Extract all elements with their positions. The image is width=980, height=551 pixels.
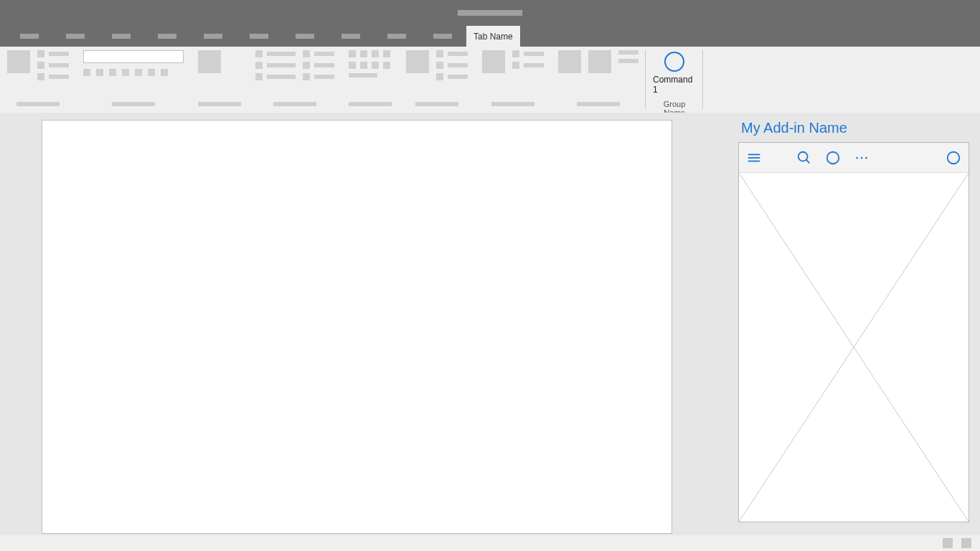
command-1-circle-icon	[664, 52, 684, 72]
ribbon-tab-active[interactable]: Tab Name	[466, 26, 520, 47]
task-pane-frame	[738, 142, 969, 522]
command-1-label: Command 1	[653, 75, 696, 95]
task-pane-content-placeholder	[739, 173, 969, 522]
ribbon: Command 1 Group Name	[0, 47, 980, 113]
svg-point-6	[856, 156, 858, 159]
ribbon-button-placeholder[interactable]	[148, 69, 155, 76]
status-bar-view-button[interactable]	[961, 538, 971, 548]
ribbon-tab-label: Tab Name	[473, 32, 513, 42]
ribbon-group-placeholder	[76, 47, 191, 113]
svg-point-3	[798, 151, 808, 161]
ribbon-group-placeholder	[551, 47, 646, 113]
ribbon-group-placeholder	[341, 47, 399, 113]
ribbon-button-placeholder[interactable]	[588, 50, 611, 73]
svg-line-4	[806, 159, 810, 163]
ribbon-group-name-label: Group Name	[653, 100, 696, 111]
task-pane: My Add-in Name	[738, 120, 969, 522]
ribbon-button-placeholder[interactable]	[135, 69, 142, 76]
ribbon-tab-placeholder[interactable]	[374, 26, 419, 47]
ribbon-button-placeholder[interactable]	[198, 50, 221, 73]
command-1-button[interactable]: Command 1	[653, 50, 696, 95]
app-title-placeholder	[458, 10, 522, 16]
svg-point-7	[861, 156, 863, 159]
hamburger-menu-icon[interactable]	[746, 150, 762, 166]
ribbon-button-placeholder[interactable]	[122, 69, 129, 76]
ribbon-button-placeholder[interactable]	[96, 69, 103, 76]
status-bar	[0, 535, 980, 551]
ribbon-tab-strip: Tab Name	[0, 26, 980, 47]
svg-point-8	[865, 156, 867, 159]
ribbon-button-placeholder[interactable]	[482, 50, 505, 73]
ribbon-group-placeholder	[191, 47, 248, 113]
more-ellipsis-icon[interactable]	[854, 150, 870, 166]
ribbon-tab-placeholder[interactable]	[237, 26, 281, 47]
status-bar-view-button[interactable]	[943, 538, 953, 548]
ribbon-tab-placeholder[interactable]	[283, 26, 327, 47]
ribbon-tab-placeholder[interactable]	[145, 26, 189, 47]
ribbon-button-placeholder[interactable]	[7, 50, 30, 73]
ribbon-group-placeholder	[399, 47, 475, 113]
ribbon-group-placeholder	[475, 47, 551, 113]
document-page[interactable]	[42, 120, 672, 534]
circle-icon[interactable]	[946, 150, 961, 166]
ribbon-tab-placeholder[interactable]	[329, 26, 373, 47]
ribbon-button-placeholder[interactable]	[558, 50, 581, 73]
ribbon-button-placeholder[interactable]	[109, 69, 116, 76]
ribbon-tab-placeholder[interactable]	[7, 26, 52, 47]
task-ปane-title: My Add-in Name	[738, 120, 969, 142]
ribbon-group-placeholder	[0, 47, 76, 113]
workspace: My Add-in Name	[0, 113, 980, 535]
search-icon[interactable]	[796, 150, 812, 166]
ribbon-button-placeholder[interactable]	[406, 50, 429, 73]
ribbon-tab-placeholder[interactable]	[99, 26, 143, 47]
ribbon-group-placeholder	[248, 47, 341, 113]
ribbon-tab-placeholder[interactable]	[53, 26, 98, 47]
ribbon-button-placeholder[interactable]	[161, 69, 168, 76]
ribbon-group-command: Command 1 Group Name	[646, 47, 703, 113]
circle-icon[interactable]	[825, 150, 841, 166]
ribbon-button-placeholder[interactable]	[83, 69, 90, 76]
svg-point-5	[827, 151, 839, 164]
svg-point-9	[948, 151, 960, 164]
task-pane-toolbar	[739, 143, 969, 173]
ribbon-input-placeholder[interactable]	[83, 50, 184, 63]
title-bar	[0, 0, 980, 26]
ribbon-tab-placeholder[interactable]	[420, 26, 465, 47]
ribbon-tab-placeholder[interactable]	[191, 26, 235, 47]
